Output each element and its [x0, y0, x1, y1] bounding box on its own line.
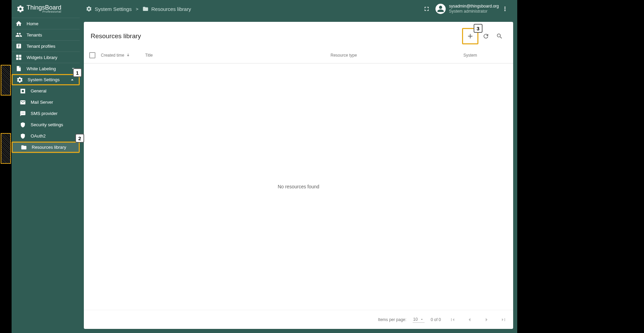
shield-icon [19, 121, 27, 129]
dropdown-icon [420, 317, 424, 321]
column-label: Title [145, 53, 153, 58]
sidebar-item-white-labeling[interactable]: White Labeling [12, 63, 80, 74]
widgets-icon [15, 54, 22, 61]
column-header-system[interactable]: System [463, 53, 508, 58]
refresh-button[interactable] [479, 29, 493, 43]
user-menu[interactable]: sysadmin@thingsboard.org System administ… [435, 4, 499, 14]
first-page-icon [449, 316, 456, 323]
sidebar-item-label: Home [27, 21, 39, 26]
label-icon [15, 65, 22, 72]
select-all-checkbox[interactable] [89, 52, 95, 58]
right-decorative-margin [517, 0, 644, 333]
search-icon [496, 33, 503, 40]
sidebar-item-label: System Settings [28, 77, 60, 82]
sidebar-item-general[interactable]: General [12, 85, 80, 97]
sidebar-item-sms-provider[interactable]: SMS provider [12, 108, 80, 119]
sidebar-item-resources-library[interactable]: Resources library [12, 142, 80, 153]
sidebar-item-label: White Labeling [27, 66, 56, 71]
chevron-up-icon [69, 77, 75, 83]
fullscreen-button[interactable] [420, 3, 433, 15]
gear-icon [16, 76, 24, 84]
breadcrumb-label: System Settings [95, 6, 132, 12]
paginator: Items per page: 10 0 of 0 [84, 310, 513, 329]
chevron-right-icon [483, 316, 490, 323]
breadcrumb-seg-resources-library[interactable]: Resources library [142, 6, 191, 12]
last-page-button[interactable] [498, 314, 509, 325]
more-menu-button[interactable] [499, 3, 511, 15]
sidebar-item-mail-server[interactable]: Mail Server [12, 97, 80, 108]
breadcrumb-seg-system-settings[interactable]: System Settings [86, 6, 132, 12]
divider [12, 153, 80, 153]
build-icon [19, 87, 27, 95]
column-label: Resource type [331, 53, 357, 58]
empty-message: No resources found [278, 184, 319, 189]
card-header: Resources library [84, 22, 513, 47]
main-column: System Settings > Resources library sysa… [80, 0, 517, 333]
sidebar-item-label: Tenants [27, 32, 42, 38]
sidebar-item-label: Security settings [31, 122, 63, 127]
search-button[interactable] [493, 29, 506, 43]
folder-icon [142, 6, 149, 12]
sidebar-item-tenant-profiles[interactable]: T Tenant profiles [12, 40, 80, 52]
breadcrumb: System Settings > Resources library [86, 6, 191, 12]
paginator-range: 0 of 0 [431, 317, 441, 322]
sidebar-item-security-settings[interactable]: Security settings [12, 119, 80, 130]
sidebar-item-label: OAuth2 [31, 133, 46, 139]
sidebar-item-system-settings[interactable]: System Settings [12, 74, 80, 85]
gear-icon [86, 6, 92, 12]
folder-icon [20, 144, 28, 151]
chevron-down-icon [70, 66, 76, 72]
next-page-button[interactable] [481, 314, 492, 325]
topbar: System Settings > Resources library sysa… [80, 0, 517, 18]
content-wrap: Resources library [80, 18, 517, 333]
table-header-row: Created time Title Resource type System [84, 47, 513, 63]
logo[interactable]: ThingsBoard Professional [12, 0, 80, 18]
home-icon [15, 20, 22, 27]
logo-icon [16, 5, 25, 13]
shield-icon [19, 132, 27, 140]
card-tools [462, 28, 506, 44]
logo-text: ThingsBoard Professional [27, 4, 61, 13]
chevron-left-icon [466, 316, 473, 323]
column-header-created[interactable]: Created time [101, 53, 145, 58]
arrow-down-icon [126, 53, 131, 58]
add-button-highlight [462, 28, 478, 44]
sidebar-item-label: General [31, 88, 46, 93]
qr-decor [1, 65, 11, 96]
qr-decor [1, 133, 11, 164]
last-page-icon [500, 316, 507, 323]
user-info: sysadmin@thingsboard.org System administ… [449, 4, 499, 14]
page-size-select[interactable]: 10 [413, 316, 425, 323]
tprof-icon: T [15, 42, 22, 50]
app-root: ThingsBoard Professional Home Tenants T … [12, 0, 517, 333]
breadcrumb-sep: > [136, 6, 138, 12]
sidebar-item-home[interactable]: Home [12, 18, 80, 29]
column-label: System [463, 53, 477, 58]
sms-icon [19, 110, 27, 117]
refresh-icon [482, 33, 489, 40]
person-icon [437, 5, 444, 13]
fullscreen-icon [423, 5, 430, 12]
column-header-title[interactable]: Title [145, 53, 331, 58]
sidebar-item-label: Tenant profiles [27, 44, 56, 49]
avatar [435, 4, 446, 14]
column-label: Created time [101, 53, 124, 58]
plus-icon [466, 32, 474, 40]
sidebar-item-tenants[interactable]: Tenants [12, 29, 80, 40]
page-title: Resources library [91, 32, 141, 40]
left-decorative-margin [0, 0, 12, 333]
prev-page-button[interactable] [464, 314, 475, 325]
mail-icon [19, 99, 27, 106]
user-role: System administrator [449, 9, 499, 14]
more-vert-icon [502, 5, 508, 12]
first-page-button[interactable] [447, 314, 458, 325]
column-header-type[interactable]: Resource type [331, 53, 463, 58]
sidebar-item-widgets-library[interactable]: Widgets Library [12, 52, 80, 63]
user-email: sysadmin@thingsboard.org [449, 4, 499, 9]
sidebar-item-label: Mail Server [31, 100, 53, 105]
sidebar: ThingsBoard Professional Home Tenants T … [12, 0, 80, 333]
table-empty: No resources found [84, 63, 513, 310]
page-size-value: 10 [413, 317, 418, 322]
add-button[interactable] [463, 29, 477, 43]
sidebar-item-oauth2[interactable]: OAuth2 [12, 130, 80, 142]
